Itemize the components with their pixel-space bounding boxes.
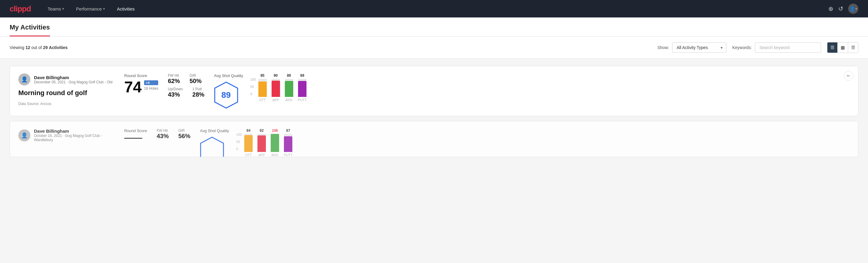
list-wide-icon: ☰ bbox=[851, 45, 855, 50]
grid-icon: ▦ bbox=[841, 45, 845, 50]
user-name-2: Dave Billingham bbox=[34, 128, 115, 134]
bar-group-putt: 89 PUTT bbox=[298, 74, 307, 102]
fw-hit-label-2: FW Hit bbox=[157, 128, 169, 133]
user-info-2: 👤 Dave Billingham October 16, 2021 · Gog… bbox=[18, 128, 115, 142]
list-wide-toggle[interactable]: ☰ bbox=[848, 42, 858, 53]
nav-right: ⊕ ↺ 👤 ▾ bbox=[828, 4, 858, 14]
asq-section-2: Avg Shot Quality bbox=[200, 128, 229, 157]
chevron-down-icon: ▾ bbox=[103, 7, 105, 11]
refresh-icon[interactable]: ↺ bbox=[838, 5, 843, 12]
bar-group-putt-2: 87 PUTT bbox=[284, 128, 292, 157]
grid-toggle[interactable]: ▦ bbox=[838, 42, 848, 53]
bar-fill-ott bbox=[258, 82, 267, 97]
show-label: Show: bbox=[657, 45, 669, 50]
user-details-2: Dave Billingham October 16, 2021 · Gog M… bbox=[34, 128, 115, 142]
updown-stat: Up/Down 43% bbox=[168, 87, 183, 98]
viewing-middle: out of bbox=[31, 45, 43, 50]
bar-track-putt-2 bbox=[284, 134, 292, 152]
putt-label: 1 Putt bbox=[192, 87, 205, 91]
card-left-2: 👤 Dave Billingham October 16, 2021 · Gog… bbox=[18, 128, 115, 146]
list-compact-icon: ☰ bbox=[830, 45, 834, 50]
y-label-0: 0 bbox=[250, 92, 256, 96]
add-icon[interactable]: ⊕ bbox=[828, 5, 833, 12]
data-source: Data Source: Arccos bbox=[18, 102, 115, 106]
y-axis: 100 50 0 bbox=[250, 78, 256, 102]
nav-item-performance[interactable]: Performance ▾ bbox=[71, 4, 110, 14]
fw-gir-stats: FW Hit 62% GIR 50% Up/Down 43% 1 Putt 28… bbox=[168, 74, 204, 98]
round-score-section: Round Score 74 +4 18 Holes bbox=[124, 74, 158, 95]
bar-label-arg: ARG bbox=[285, 98, 292, 102]
gir-label-2: GIR bbox=[178, 128, 190, 133]
edit-button[interactable]: ✏ bbox=[844, 71, 853, 81]
nav-item-teams[interactable]: Teams ▾ bbox=[43, 4, 69, 14]
bar-track-ott bbox=[258, 79, 267, 97]
user-avatar[interactable]: 👤 ▾ bbox=[848, 4, 858, 14]
bar-value-arg-2: 106 bbox=[272, 128, 278, 133]
avatar: 👤 bbox=[18, 74, 30, 85]
avatar-icon-2: 👤 bbox=[21, 132, 28, 139]
list-compact-toggle[interactable]: ☰ bbox=[828, 42, 838, 53]
bar-label-putt: PUTT bbox=[298, 98, 307, 102]
fw-gir-stats-2: FW Hit 43% GIR 56% bbox=[157, 128, 190, 140]
bar-label-putt-2: PUTT bbox=[284, 153, 292, 157]
round-score-section-2: Round Score bbox=[124, 128, 147, 139]
round-score-value-2 bbox=[124, 134, 147, 139]
shot-quality-chart-2: 100 50 0 94 OTT 92 bbox=[237, 128, 850, 157]
bar-group-ott: 85 OTT bbox=[258, 74, 267, 102]
bar-value-putt: 89 bbox=[300, 74, 304, 78]
keywords-group: Keywords: bbox=[732, 42, 821, 53]
fw-hit-stat: FW Hit 62% bbox=[168, 74, 180, 85]
keywords-label: Keywords: bbox=[732, 45, 752, 50]
bar-value-ott: 85 bbox=[260, 74, 265, 78]
bar-group-ott-2: 94 OTT bbox=[244, 128, 253, 157]
edit-icon: ✏ bbox=[847, 74, 850, 78]
avg-shot-quality: Avg Shot Quality 89 100 50 0 bbox=[214, 74, 850, 109]
gir-label: GIR bbox=[189, 74, 202, 78]
activity-type-select-wrapper: All Activity Types Round of Golf Practic… bbox=[672, 42, 726, 53]
asq-section: Avg Shot Quality 89 bbox=[214, 74, 243, 109]
bar-label-ott: OTT bbox=[259, 98, 266, 102]
y-axis-2: 100 50 0 bbox=[237, 133, 242, 157]
viewing-text: Viewing 12 out of 29 Activities bbox=[10, 45, 651, 50]
avatar-2: 👤 bbox=[18, 129, 30, 141]
bar-value-putt-2: 87 bbox=[286, 128, 290, 133]
user-name: Dave Billingham bbox=[34, 75, 113, 80]
bar-label-app-2: APP bbox=[258, 153, 265, 157]
score-badge: +4 bbox=[144, 80, 158, 85]
nav-label-teams: Teams bbox=[48, 6, 61, 11]
activity-type-select[interactable]: All Activity Types Round of Golf Practic… bbox=[672, 42, 726, 53]
bar-fill-putt-2 bbox=[284, 136, 292, 152]
bar-label-app: APP bbox=[273, 98, 279, 102]
bar-fill-arg bbox=[285, 81, 293, 97]
bar-fill-app-2 bbox=[257, 136, 266, 152]
viewing-count: 12 bbox=[26, 45, 30, 50]
bars-2: 94 OTT 92 APP bbox=[244, 128, 292, 157]
logo[interactable]: clippd bbox=[10, 4, 31, 13]
activities-list: ✏ 👤 Dave Billingham December 05, 2021 · … bbox=[0, 59, 868, 164]
putt-stat: 1 Putt 28% bbox=[192, 87, 205, 98]
page-title: My Activities bbox=[10, 24, 50, 36]
bar-fill-arg-2 bbox=[271, 134, 279, 152]
bar-value-ott-2: 94 bbox=[246, 128, 250, 133]
gir-stat: GIR 50% bbox=[189, 74, 202, 85]
y-label-50-2: 50 bbox=[237, 140, 242, 144]
user-info: 👤 Dave Billingham December 05, 2021 · Go… bbox=[18, 74, 115, 85]
search-input[interactable] bbox=[755, 42, 821, 53]
bar-group-app: 90 APP bbox=[272, 74, 280, 102]
bar-fill-app bbox=[272, 81, 280, 97]
user-date: December 05, 2021 · Gog Magog Golf Club … bbox=[34, 80, 113, 84]
show-filter-group: Show: All Activity Types Round of Golf P… bbox=[657, 42, 726, 53]
asq-label-2: Avg Shot Quality bbox=[200, 128, 229, 133]
score-dash bbox=[124, 138, 142, 139]
nav-label-activities: Activities bbox=[117, 6, 135, 11]
fw-hit-value-2: 43% bbox=[157, 133, 169, 140]
updown-label: Up/Down bbox=[168, 87, 183, 91]
user-date-2: October 16, 2021 · Gog Magog Golf Club -… bbox=[34, 134, 115, 142]
nav-item-activities[interactable]: Activities bbox=[112, 4, 140, 14]
gir-value: 50% bbox=[189, 78, 202, 85]
fw-gir-row-2: FW Hit 43% GIR 56% bbox=[157, 128, 190, 140]
hexagon: 89 bbox=[214, 82, 238, 109]
bar-value-app-2: 92 bbox=[259, 128, 264, 133]
hex-value: 89 bbox=[221, 90, 231, 100]
score-holes: 18 Holes bbox=[144, 86, 158, 91]
